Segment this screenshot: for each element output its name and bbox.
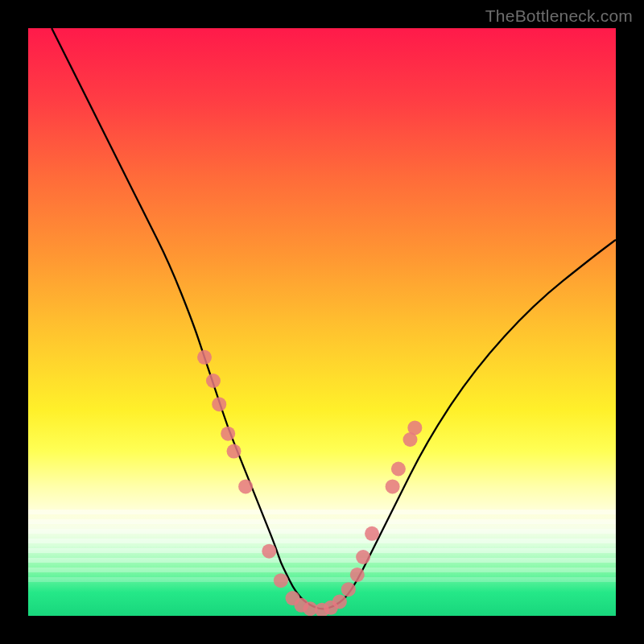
data-dot <box>227 444 242 459</box>
data-dot <box>386 479 400 493</box>
data-dot <box>341 582 356 597</box>
data-dot <box>262 544 276 559</box>
data-dot <box>212 397 226 411</box>
chart-frame: TheBottleneck.com <box>0 0 644 644</box>
plot-area <box>28 28 616 616</box>
data-dot <box>332 594 347 609</box>
watermark-text: TheBottleneck.com <box>485 6 633 26</box>
data-dot <box>238 479 253 493</box>
data-dot <box>221 427 235 441</box>
data-dot <box>350 568 365 582</box>
data-dot <box>365 526 379 541</box>
data-dot <box>274 573 288 588</box>
curve-layer <box>28 28 616 616</box>
data-dot <box>391 462 406 477</box>
data-dot <box>407 420 422 435</box>
data-dot <box>356 550 370 564</box>
data-dot <box>197 350 212 365</box>
data-dot <box>206 374 221 388</box>
bottleneck-curve <box>52 28 616 609</box>
